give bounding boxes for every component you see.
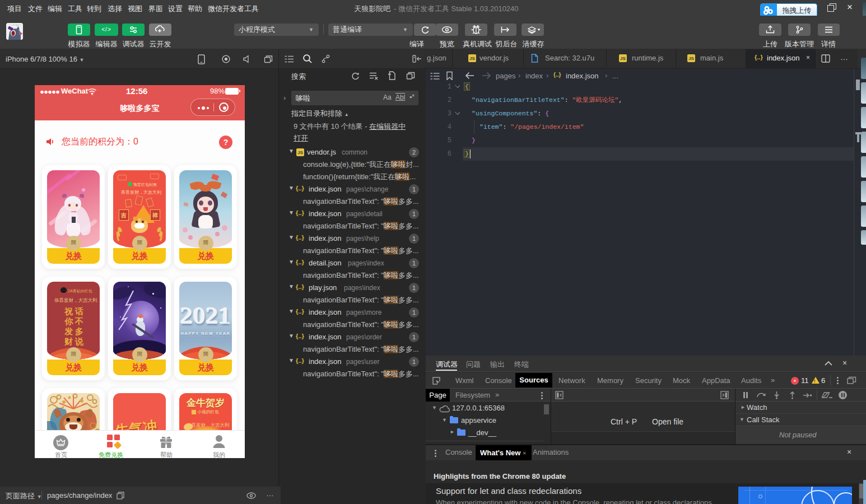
svg-text:一人初了重投了: 一人初了重投了	[9, 24, 21, 26]
